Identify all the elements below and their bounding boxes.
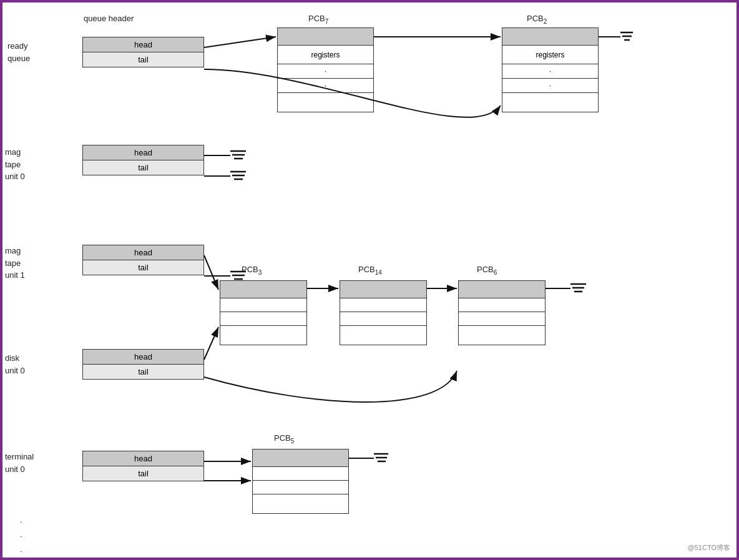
- disk-unit0-tail: tail: [83, 365, 203, 379]
- pcb6-label: PCB6: [477, 265, 497, 276]
- ready-tail-cell: tail: [83, 52, 203, 67]
- disk-unit0-label: diskunit 0: [5, 352, 25, 376]
- mag-tape0-box: head tail: [82, 145, 204, 175]
- pcb2-bot: [502, 93, 598, 112]
- pcb7-label: PCB7: [308, 14, 328, 25]
- pcb2-box: registers · ·: [502, 27, 599, 112]
- pcb7-registers: registers: [278, 46, 373, 64]
- pcb2-registers: registers: [502, 46, 598, 64]
- pcb14-bot: [340, 326, 426, 345]
- pcb7-bot: [278, 93, 373, 112]
- ready-head-cell: head: [83, 37, 203, 52]
- watermark: @51CTO博客: [688, 543, 730, 553]
- pcb5-row1: [253, 467, 348, 481]
- pcb2-dot2: ·: [502, 79, 598, 93]
- pcb5-label: PCB5: [274, 433, 294, 445]
- disk-unit0-box: head tail: [82, 349, 204, 380]
- diagram-container: queue header PCB7 PCB2 head tail readyqu…: [0, 0, 739, 560]
- mag-tape1-tail: tail: [83, 260, 203, 275]
- pcb3-row1: [220, 298, 306, 312]
- mag-tape1-label: magtapeunit 1: [5, 245, 25, 282]
- svg-line-27: [204, 327, 218, 360]
- svg-line-2: [204, 37, 276, 47]
- pcb5-row2: [253, 481, 348, 494]
- bottom-dots: ···: [20, 514, 22, 558]
- pcb3-bot: [220, 326, 306, 345]
- disk-unit0-head: head: [83, 350, 203, 365]
- ready-queue-box: head tail: [82, 37, 204, 67]
- queue-header-label: queue header: [84, 14, 134, 23]
- pcb14-row1: [340, 298, 426, 312]
- pcb6-row2: [459, 312, 545, 326]
- pcb14-row2: [340, 312, 426, 326]
- pcb6-top: [459, 281, 545, 298]
- terminal-unit0-box: head tail: [82, 451, 204, 481]
- pcb5-bot: [253, 494, 348, 513]
- pcb5-box: [252, 449, 349, 514]
- terminal-unit0-tail: tail: [83, 466, 203, 481]
- pcb6-box: [458, 280, 546, 345]
- pcb7-dot2: ·: [278, 79, 373, 93]
- pcb2-top: [502, 28, 598, 46]
- pcb6-row1: [459, 298, 545, 312]
- terminal-unit0-head: head: [83, 451, 203, 466]
- pcb6-bot: [459, 326, 545, 345]
- svg-line-16: [204, 255, 218, 290]
- pcb2-dot1: ·: [502, 64, 598, 79]
- pcb3-row2: [220, 312, 306, 326]
- pcb3-box: [220, 280, 307, 345]
- pcb3-top: [220, 281, 306, 298]
- mag-tape1-box: head tail: [82, 245, 204, 275]
- pcb14-top: [340, 281, 426, 298]
- mag-tape0-label: magtapeunit 0: [5, 146, 25, 183]
- mag-tape0-tail: tail: [83, 160, 203, 175]
- mag-tape0-head: head: [83, 145, 203, 160]
- mag-tape1-head: head: [83, 245, 203, 260]
- pcb7-top: [278, 28, 373, 46]
- pcb3-label: PCB3: [242, 265, 262, 276]
- pcb7-box: registers · ·: [277, 27, 374, 112]
- pcb7-dot1: ·: [278, 64, 373, 79]
- pcb5-top: [253, 449, 348, 467]
- pcb14-label: PCB14: [358, 265, 382, 276]
- ready-queue-label: readyqueue: [7, 40, 30, 64]
- terminal-unit0-label: terminalunit 0: [5, 451, 34, 475]
- pcb2-label: PCB2: [527, 14, 547, 25]
- pcb14-box: [340, 280, 427, 345]
